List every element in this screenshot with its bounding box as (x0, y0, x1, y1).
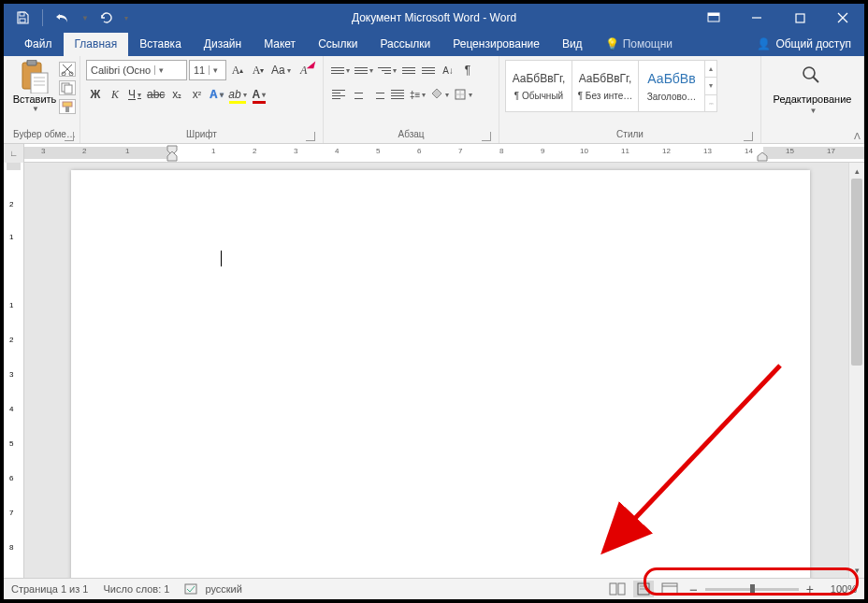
ruler-horizontal[interactable]: ∟ 3 2 1 1 2 3 4 5 6 7 8 9 10 11 12 13 14… (4, 144, 864, 163)
svg-rect-28 (185, 584, 196, 594)
styles-gallery-scroll[interactable]: ▴▾⎓ (704, 60, 717, 112)
web-layout-icon[interactable] (659, 581, 680, 597)
zoom-level[interactable]: 100% (821, 583, 857, 595)
multilevel-list-icon[interactable]: ▾ (376, 60, 398, 80)
tab-references[interactable]: Ссылки (307, 33, 369, 56)
paste-button[interactable]: Вставить ▼ (13, 60, 56, 114)
status-wordcount[interactable]: Число слов: 1 (103, 583, 169, 595)
copy-icon[interactable] (59, 80, 76, 95)
group-paragraph: ▾ ▾ ▾ A↓ ¶ ‡≡▾ ▾ ▾ Абзац (324, 56, 499, 143)
minimize-icon[interactable] (735, 4, 778, 32)
status-language[interactable]: русский (205, 583, 241, 595)
dialog-launcher-icon[interactable] (306, 132, 315, 141)
page[interactable] (71, 170, 810, 578)
scroll-down-icon[interactable]: ▾ (849, 562, 864, 578)
shading-icon[interactable]: ▾ (428, 84, 451, 105)
numbering-icon[interactable]: ▾ (353, 60, 375, 80)
font-color-icon[interactable]: A▾ (250, 84, 268, 105)
show-marks-icon[interactable]: ¶ (458, 60, 477, 80)
bullets-icon[interactable]: ▾ (329, 60, 352, 80)
svg-rect-30 (618, 583, 625, 595)
qat-customize-dropdown[interactable]: ▾ (124, 14, 128, 22)
scrollbar-vertical[interactable]: ▴ ▾ (848, 163, 864, 578)
superscript-button[interactable]: x² (187, 84, 206, 105)
svg-rect-1 (20, 19, 25, 22)
svg-line-24 (813, 77, 818, 82)
zoom-control: − + 100% (686, 581, 857, 597)
collapse-ribbon-icon[interactable]: ᐱ (854, 131, 861, 141)
group-paragraph-label: Абзац (398, 129, 424, 139)
underline-button[interactable]: Ч▾ (125, 84, 144, 105)
style-heading1[interactable]: АаБбВвЗаголово… (638, 60, 705, 112)
increase-indent-icon[interactable] (419, 60, 438, 80)
strikethrough-button[interactable]: abc (145, 84, 166, 105)
svg-rect-0 (20, 12, 24, 16)
undo-dropdown[interactable]: ▼ (81, 14, 89, 22)
tell-me[interactable]: 💡Помощни (594, 33, 684, 56)
tab-insert[interactable]: Вставка (128, 33, 193, 56)
clipboard-icon (19, 60, 51, 93)
save-icon[interactable] (15, 10, 30, 25)
change-case-icon[interactable]: Aa▾ (269, 60, 293, 80)
dialog-launcher-icon[interactable] (744, 132, 753, 141)
text-effects-icon[interactable]: A▾ (207, 84, 225, 105)
tab-design[interactable]: Дизайн (193, 33, 253, 56)
bold-button[interactable]: Ж (86, 84, 105, 105)
tab-review[interactable]: Рецензирование (441, 33, 551, 56)
group-editing-label: Редактирование (774, 93, 852, 105)
share-button[interactable]: 👤Общий доступ (745, 33, 864, 56)
borders-icon[interactable]: ▾ (452, 84, 474, 105)
italic-button[interactable]: К (106, 84, 124, 105)
print-layout-icon[interactable] (633, 581, 654, 597)
tab-home[interactable]: Главная (64, 33, 129, 56)
zoom-slider[interactable] (705, 588, 799, 591)
svg-rect-5 (796, 14, 804, 22)
align-left-icon[interactable] (329, 84, 348, 105)
grow-font-icon[interactable]: A▴ (228, 60, 247, 80)
align-right-icon[interactable] (369, 84, 387, 105)
proofing-icon[interactable]: русский (184, 582, 241, 596)
dialog-launcher-icon[interactable] (482, 132, 491, 141)
font-size-combo[interactable]: 11▾ (189, 60, 226, 80)
find-icon[interactable] (800, 64, 824, 92)
align-center-icon[interactable] (349, 84, 368, 105)
cut-icon[interactable] (59, 62, 76, 77)
svg-rect-18 (63, 102, 72, 107)
subscript-button[interactable]: x₂ (167, 84, 186, 105)
sort-icon[interactable]: A↓ (439, 60, 457, 80)
decrease-indent-icon[interactable] (399, 60, 418, 80)
line-spacing-icon[interactable]: ‡≡▾ (408, 84, 427, 105)
dialog-launcher-icon[interactable] (65, 132, 74, 141)
status-page[interactable]: Страница 1 из 1 (11, 583, 88, 595)
justify-icon[interactable] (388, 84, 407, 105)
style-normal[interactable]: АаБбВвГг,¶ Обычный (505, 60, 572, 112)
tab-layout[interactable]: Макет (253, 33, 307, 56)
scroll-up-icon[interactable]: ▴ (849, 163, 864, 179)
font-name-combo[interactable]: Calibri (Осно▾ (86, 60, 187, 80)
group-font: Calibri (Осно▾ 11▾ A▴ A▾ Aa▾ A◢ Ж К Ч▾ a… (80, 56, 324, 143)
quick-access-toolbar: ▼ ▾ (4, 9, 128, 26)
tab-view[interactable]: Вид (551, 33, 594, 56)
undo-icon[interactable] (55, 10, 70, 25)
ribbon: Вставить ▼ Буфер обме… Calibri (Осно▾ 11… (4, 56, 864, 144)
tab-selector[interactable]: ∟ (4, 144, 24, 163)
zoom-out-button[interactable]: − (686, 581, 702, 597)
close-icon[interactable] (821, 4, 864, 32)
ruler-vertical[interactable]: 2 1 1 2 3 4 5 6 7 8 (4, 163, 24, 578)
indent-marker-right[interactable] (756, 152, 769, 162)
shrink-font-icon[interactable]: A▾ (249, 60, 268, 80)
clear-formatting-icon[interactable]: A◢ (295, 60, 313, 80)
indent-marker-left[interactable] (165, 145, 180, 162)
scroll-thumb[interactable] (851, 179, 862, 366)
maximize-icon[interactable] (778, 4, 821, 32)
style-no-spacing[interactable]: АаБбВвГг,¶ Без инте… (571, 60, 639, 112)
highlight-color-icon[interactable]: ab▾ (226, 84, 248, 105)
tab-mailings[interactable]: Рассылки (369, 33, 441, 56)
zoom-in-button[interactable]: + (803, 581, 817, 596)
svg-rect-17 (65, 85, 72, 93)
tab-file[interactable]: Файл (13, 33, 64, 56)
redo-icon[interactable] (98, 10, 113, 25)
format-painter-icon[interactable] (59, 99, 76, 114)
read-mode-icon[interactable] (607, 581, 628, 597)
ribbon-display-options-icon[interactable] (692, 4, 735, 32)
